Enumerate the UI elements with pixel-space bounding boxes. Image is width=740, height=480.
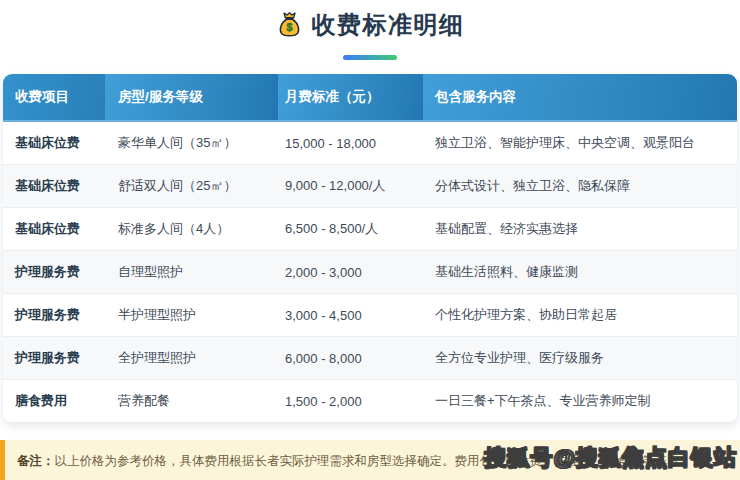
cell-services: 基础配置、经济实惠选择 [423, 220, 737, 238]
cell-services: 一日三餐+下午茶点、专业营养师定制 [423, 392, 737, 410]
table-header-row: 收费项目 房型/服务等级 月费标准（元） 包含服务内容 [3, 74, 737, 122]
cell-level: 标准多人间（4人） [105, 220, 278, 238]
watermark: 搜狐号@搜狐焦点白银站 [485, 443, 737, 473]
column-header-fee: 月费标准（元） [278, 74, 423, 120]
cell-level: 豪华单人间（35㎡） [105, 134, 278, 152]
cell-fee: 6,000 - 8,000 [278, 351, 423, 366]
table-row: 基础床位费 豪华单人间（35㎡） 15,000 - 18,000 独立卫浴、智能… [3, 122, 737, 164]
cell-level: 营养配餐 [105, 392, 278, 410]
cell-category: 基础床位费 [3, 220, 105, 238]
cell-fee: 6,500 - 8,500/人 [278, 220, 423, 238]
table-row: 基础床位费 标准多人间（4人） 6,500 - 8,500/人 基础配置、经济实… [3, 207, 737, 250]
cell-category: 基础床位费 [3, 177, 105, 195]
table-row: 膳食费用 营养配餐 1,500 - 2,000 一日三餐+下午茶点、专业营养师定… [3, 379, 737, 422]
cell-category: 护理服务费 [3, 306, 105, 324]
cell-fee: 9,000 - 12,000/人 [278, 177, 423, 195]
table-row: 基础床位费 舒适双人间（25㎡） 9,000 - 12,000/人 分体式设计、… [3, 164, 737, 207]
table-row: 护理服务费 全护理型照护 6,000 - 8,000 全方位专业护理、医疗级服务 [3, 336, 737, 379]
cell-category: 护理服务费 [3, 263, 105, 281]
table-row: 护理服务费 半护理型照护 3,000 - 4,500 个性化护理方案、协助日常起… [3, 293, 737, 336]
cell-fee: 2,000 - 3,000 [278, 265, 423, 280]
column-header-services: 包含服务内容 [423, 74, 737, 120]
cell-fee: 3,000 - 4,500 [278, 308, 423, 323]
cell-level: 半护理型照护 [105, 306, 278, 324]
cell-fee: 15,000 - 18,000 [278, 136, 423, 151]
cell-level: 自理型照护 [105, 263, 278, 281]
page: $ 收费标准明细 收费项目 房型/服务等级 月费标准（元） 包含服务内容 基础床… [0, 0, 740, 422]
cell-services: 全方位专业护理、医疗级服务 [423, 349, 737, 367]
page-title: 收费标准明细 [312, 9, 465, 41]
title-underline-decoration [343, 55, 397, 60]
money-bag-icon: $ [276, 11, 303, 39]
cell-category: 护理服务费 [3, 349, 105, 367]
column-header-item: 收费项目 [3, 74, 105, 120]
column-header-level: 房型/服务等级 [105, 74, 278, 120]
table-row: 护理服务费 自理型照护 2,000 - 3,000 基础生活照料、健康监测 [3, 250, 737, 293]
svg-text:$: $ [286, 21, 293, 33]
fee-table: 收费项目 房型/服务等级 月费标准（元） 包含服务内容 基础床位费 豪华单人间（… [3, 74, 737, 422]
cell-services: 个性化护理方案、协助日常起居 [423, 306, 737, 324]
cell-services: 分体式设计、独立卫浴、隐私保障 [423, 177, 737, 195]
cell-category: 膳食费用 [3, 392, 105, 410]
note-label: 备注： [17, 454, 55, 468]
cell-category: 基础床位费 [3, 134, 105, 152]
cell-level: 舒适双人间（25㎡） [105, 177, 278, 195]
cell-services: 基础生活照料、健康监测 [423, 263, 737, 281]
cell-services: 独立卫浴、智能护理床、中央空调、观景阳台 [423, 134, 737, 152]
cell-level: 全护理型照护 [105, 349, 278, 367]
cell-fee: 1,500 - 2,000 [278, 394, 423, 409]
page-header: $ 收费标准明细 [0, 0, 740, 41]
